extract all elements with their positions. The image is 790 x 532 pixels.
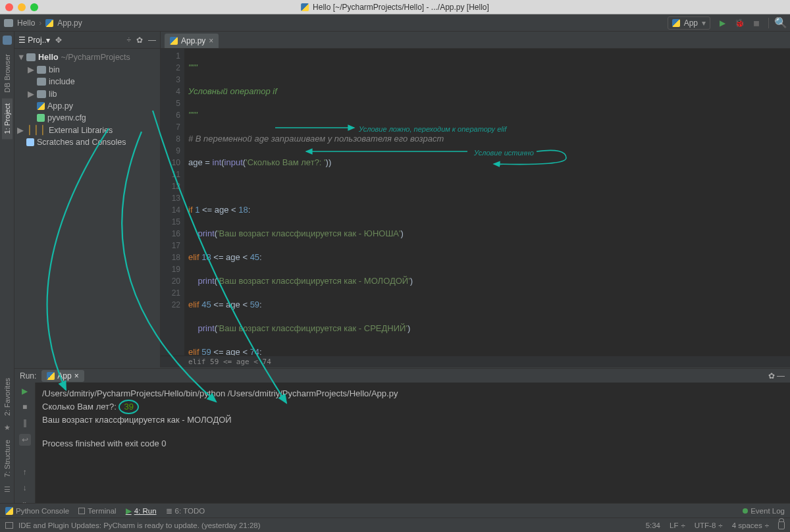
editor: App.py × 1234567891011121314151617181920… — [161, 32, 790, 367]
tree-external-libraries[interactable]: ▶⎪⎪⎪ External Libraries — [14, 124, 160, 136]
indent[interactable]: 4 spaces ÷ — [732, 521, 769, 529]
line-gutter[interactable]: 12345678910111213141516171819202122 — [161, 49, 184, 356]
bottom-tool-row: Python Console Terminal ▶4: Run ≣6: TODO… — [0, 503, 790, 518]
rerun-button[interactable]: ▶ — [22, 386, 28, 396]
output-line: /Users/dmitriy/PycharmProjects/Hello/bin… — [42, 388, 783, 400]
run-config-label: App — [684, 18, 698, 28]
editor-breadcrumb[interactable]: elif 59 <= age < 74 — [161, 356, 790, 367]
search-everywhere-button[interactable]: 🔍 — [776, 18, 786, 28]
project-tool-window: ☰ Proj..▾ ✥ ÷ ✿ — ▼ Hello ~/PycharmProje… — [14, 32, 161, 367]
output-input-value: 39 — [118, 400, 138, 414]
tree-app[interactable]: App.py — [14, 100, 160, 112]
minimize-window-button[interactable] — [18, 3, 26, 11]
line-ending[interactable]: LF ÷ — [670, 521, 685, 529]
terminal-tab[interactable]: Terminal — [78, 507, 116, 515]
python-icon — [5, 507, 13, 515]
notification-dot-icon — [743, 508, 748, 514]
close-icon[interactable]: × — [209, 36, 213, 45]
macos-titlebar: Hello [~/PycharmProjects/Hello] - .../Ap… — [0, 0, 790, 14]
python-icon — [301, 3, 309, 11]
editor-tabbar: App.py × — [161, 32, 790, 49]
event-log-button[interactable]: Event Log — [743, 507, 785, 515]
breadcrumb-file[interactable]: App.py — [57, 18, 82, 28]
run-label: Run: — [20, 371, 36, 381]
run-configuration-select[interactable]: App ▾ — [668, 16, 710, 30]
tree-scratches[interactable]: Scratches and Consoles — [14, 136, 160, 148]
python-console-tab[interactable]: Python Console — [5, 507, 69, 515]
stop-button[interactable]: ■ — [22, 402, 27, 412]
tree-include[interactable]: include — [14, 76, 160, 88]
run-tab[interactable]: ▶4: Run — [126, 506, 157, 516]
run-tab-app[interactable]: App × — [41, 370, 84, 382]
structure-tab[interactable]: 7: Structure — [2, 435, 13, 483]
annotation-false: Условие ложно, переходим к оператору eli… — [359, 123, 506, 135]
debug-button[interactable]: 🐞 — [734, 18, 745, 28]
tree-lib[interactable]: ▶ lib — [14, 88, 160, 100]
python-file-icon — [45, 19, 53, 27]
editor-tab-app[interactable]: App.py × — [165, 34, 219, 48]
close-icon[interactable]: × — [74, 371, 79, 381]
project-tab[interactable]: 1: Project — [2, 98, 13, 139]
cursor-position[interactable]: 5:34 — [646, 521, 660, 529]
folder-icon — [4, 19, 13, 27]
project-header: ☰ Proj..▾ ✥ ÷ ✿ — — [14, 32, 160, 49]
todo-tab[interactable]: ≣6: TODO — [166, 506, 205, 516]
output-prompt: Сколько Вам лет?: — [42, 402, 118, 412]
lock-icon[interactable] — [778, 521, 785, 529]
run-output[interactable]: /Users/dmitriy/PycharmProjects/Hello/bin… — [36, 383, 790, 514]
tree-bin[interactable]: ▶ bin — [14, 63, 160, 76]
python-file-icon — [170, 37, 178, 45]
collapse-icon[interactable]: ÷ — [126, 36, 131, 45]
output-line: Ваш возраст классфицируется как - МОЛОДО… — [42, 414, 783, 426]
terminal-icon — [78, 508, 85, 514]
output-exit: Process finished with exit code 0 — [42, 438, 783, 450]
python-icon — [47, 372, 55, 380]
gear-icon[interactable]: ✿ — — [768, 371, 785, 381]
status-bar: IDE and Plugin Updates: PyCharm is ready… — [0, 518, 790, 532]
window-title: Hello [~/PycharmProjects/Hello] - .../Ap… — [313, 3, 489, 12]
navigation-bar: Hello › App.py App ▾ ▶ 🐞 ◼ 🔍 — [0, 14, 790, 32]
pause-button[interactable]: ‖ — [23, 418, 27, 427]
favorites-tab[interactable]: 2: Favorites — [2, 373, 13, 421]
close-window-button[interactable] — [5, 3, 13, 11]
down-button[interactable]: ↓ — [23, 483, 27, 492]
left-tool-strip: DB Browser 1: Project 2: Favorites ★ 7: … — [0, 32, 14, 514]
run-button[interactable]: ▶ — [717, 18, 727, 28]
play-icon: ▶ — [126, 506, 132, 516]
up-button[interactable]: ↑ — [23, 467, 27, 477]
db-browser-tab[interactable]: DB Browser — [2, 49, 13, 98]
status-icon[interactable] — [5, 522, 13, 529]
todo-icon: ≣ — [166, 506, 172, 516]
tree-root[interactable]: ▼ Hello ~/PycharmProjects — [14, 51, 160, 63]
python-icon — [672, 19, 680, 27]
encoding[interactable]: UTF-8 ÷ — [695, 521, 723, 529]
status-message[interactable]: IDE and Plugin Updates: PyCharm is ready… — [18, 521, 261, 529]
gear-icon[interactable]: ✿ — [136, 36, 143, 45]
tree-pyvenv[interactable]: pyvenv.cfg — [14, 112, 160, 124]
editor-tab-label: App.py — [181, 36, 205, 45]
run-with-coverage-button[interactable]: ◼ — [751, 18, 762, 28]
breadcrumb-project[interactable]: Hello — [17, 18, 35, 28]
annotation-true: Условие истинно — [474, 147, 534, 159]
toggle-softwrap-button[interactable]: ↩ — [19, 434, 31, 446]
database-icon — [3, 36, 12, 45]
run-tab-label: App — [57, 371, 71, 381]
code-area[interactable]: """ Условный оператор if """ # В перемен… — [184, 49, 790, 356]
zoom-window-button[interactable] — [30, 3, 38, 11]
locate-icon[interactable]: ✥ — [55, 36, 62, 45]
hide-icon[interactable]: — — [148, 36, 156, 45]
run-tool-window: Run: App × ✿ — ▶ ■ ‖ ↩ ↑ ↓ » /Users/dmit… — [14, 382, 790, 514]
project-dropdown[interactable]: Proj.. — [28, 36, 46, 45]
